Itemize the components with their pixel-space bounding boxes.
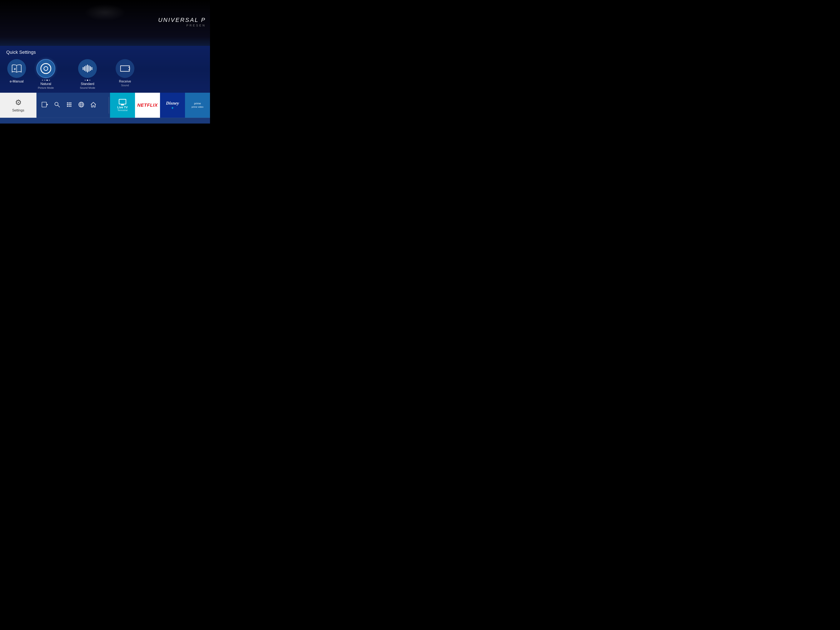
- disney-logo-text: Disney: [166, 100, 179, 106]
- nav-app-divider: [109, 97, 109, 114]
- dot-2: [44, 80, 46, 81]
- picture-mode-dots: [42, 80, 50, 81]
- sound-output-item[interactable]: Receive Sound: [115, 59, 136, 87]
- screen-reflection: [84, 4, 126, 21]
- prime-video-text: prime video: [192, 106, 204, 108]
- live-tv-label: Live TV: [117, 106, 128, 109]
- sound-bar-5: [88, 65, 89, 72]
- dot-3-active: [46, 80, 48, 81]
- svg-point-7: [70, 102, 71, 104]
- svg-text:e: e: [14, 67, 16, 71]
- netflix-tile[interactable]: NETFLIX: [135, 93, 160, 118]
- sound-bar-1: [83, 67, 84, 70]
- source-nav-icon[interactable]: [42, 102, 48, 109]
- disney-plus-sign: +: [172, 106, 174, 110]
- bottom-nav-bar: ⚙ Settings: [0, 93, 210, 118]
- bottom-hint-bar: [0, 118, 210, 123]
- top-dark-area: UNIVERSAL P PRESEN: [0, 0, 210, 46]
- disney-tile[interactable]: Disney +: [160, 93, 185, 118]
- dot-1: [42, 80, 43, 81]
- sound-bar-2: [84, 66, 85, 71]
- globe-nav-icon[interactable]: [78, 102, 84, 109]
- svg-line-4: [58, 105, 60, 107]
- svg-rect-2: [42, 102, 46, 107]
- sdot-3: [89, 80, 90, 81]
- sound-bar-6: [90, 66, 91, 71]
- live-tv-sublabel: Terrestrial: [117, 109, 128, 112]
- sound-mode-item[interactable]: Standard Sound Mode: [77, 59, 98, 89]
- prime-text: prime: [194, 102, 201, 105]
- svg-point-8: [67, 104, 68, 105]
- sound-mode-label: Standard: [81, 82, 95, 86]
- settings-items-row: e e-Manual Natural Picture Mode: [6, 59, 204, 93]
- svg-point-11: [67, 106, 68, 107]
- sound-output-icon-circle: [115, 59, 134, 78]
- emanual-label: e-Manual: [10, 80, 24, 83]
- svg-point-12: [68, 106, 70, 107]
- settings-tile[interactable]: ⚙ Settings: [0, 93, 36, 118]
- apps-nav-icon[interactable]: [66, 102, 72, 109]
- settings-gear-icon: ⚙: [15, 98, 22, 107]
- apps-icon-svg: [66, 102, 72, 107]
- svg-point-9: [68, 104, 70, 105]
- netflix-logo-text: NETFLIX: [137, 103, 158, 108]
- svg-point-5: [67, 102, 68, 104]
- prime-logo-text: prime prime video: [192, 102, 204, 109]
- home-nav-icon[interactable]: [90, 102, 96, 109]
- universal-pictures-text: UNIVERSAL P PRESEN: [158, 17, 206, 27]
- speaker-icon: [120, 65, 130, 72]
- nav-icons-group: [36, 102, 108, 109]
- picture-mode-ring: [40, 63, 51, 74]
- sdot-2-active: [87, 80, 88, 81]
- sound-waveform-icon: [83, 65, 92, 73]
- universal-subtitle: PRESEN: [158, 24, 206, 27]
- settings-tile-label: Settings: [12, 109, 24, 112]
- picture-mode-inner-ring: [44, 66, 48, 71]
- live-tv-screen-icon: [119, 99, 126, 104]
- picture-mode-icon-circle: [36, 59, 55, 78]
- sound-bar-3: [85, 65, 87, 72]
- search-icon-svg: [54, 102, 60, 107]
- prime-video-tile[interactable]: prime prime video: [185, 93, 210, 118]
- picture-mode-sublabel: Picture Mode: [38, 86, 54, 89]
- sound-bar-4: [87, 65, 88, 73]
- sound-output-sublabel: Sound: [121, 84, 129, 87]
- sdot-1: [85, 80, 86, 81]
- picture-mode-item[interactable]: Natural Picture Mode: [35, 59, 56, 89]
- svg-point-10: [70, 104, 71, 105]
- sound-bar-7: [92, 67, 92, 70]
- emanual-icon-circle: e: [7, 59, 26, 78]
- globe-icon-svg: [78, 102, 84, 107]
- sound-mode-dots: [85, 80, 90, 81]
- live-tv-tile[interactable]: Live TV Terrestrial: [110, 93, 135, 118]
- picture-mode-label: Natural: [40, 82, 51, 86]
- emanual-item[interactable]: e e-Manual: [6, 59, 27, 83]
- sound-output-label: Receive: [119, 80, 131, 83]
- svg-point-13: [70, 106, 71, 107]
- quick-settings-panel: Quick Settings e e-Manual: [0, 46, 210, 93]
- sound-mode-icon-circle: [78, 59, 97, 78]
- dot-4: [49, 80, 50, 81]
- app-tiles-group: Live TV Terrestrial NETFLIX Disney + pri…: [110, 93, 210, 118]
- home-icon-svg: [90, 102, 96, 107]
- svg-point-6: [68, 102, 70, 104]
- source-icon-svg: [42, 102, 48, 107]
- search-nav-icon[interactable]: [54, 102, 60, 109]
- sound-mode-sublabel: Sound Mode: [80, 86, 95, 89]
- emanual-svg-icon: e: [11, 64, 22, 73]
- quick-settings-title: Quick Settings: [6, 50, 204, 55]
- universal-title: UNIVERSAL P: [158, 17, 206, 23]
